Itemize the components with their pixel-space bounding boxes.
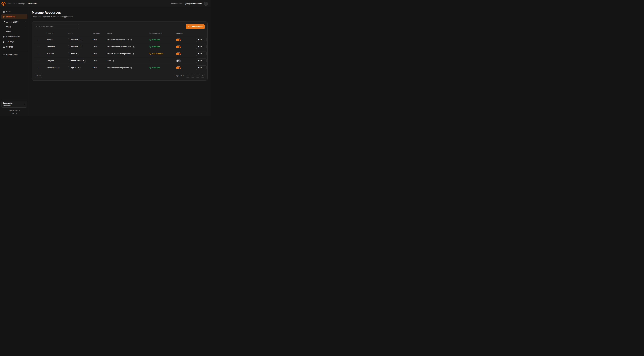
gear-icon: [3, 46, 5, 48]
enabled-toggle[interactable]: [176, 60, 181, 62]
organization-label: Organization: [3, 102, 13, 104]
sidebar-item-sites[interactable]: Sites: [1, 9, 28, 14]
enabled-toggle[interactable]: [176, 66, 181, 69]
sidebar-item-users[interactable]: Users: [1, 24, 28, 29]
column-label: Enabled: [176, 32, 182, 35]
row-menu-button[interactable]: ⋯: [37, 46, 39, 48]
auth-status-label: Not Protected: [152, 53, 164, 55]
breadcrumb-current: resources: [28, 2, 37, 4]
auth-status: Not Protected: [149, 53, 176, 55]
sort-icon: ⇅: [161, 32, 162, 34]
column-header-name[interactable]: Name ⇅: [47, 32, 68, 35]
site-link-button[interactable]: Second Office ↗: [68, 59, 86, 63]
copy-icon: [133, 46, 134, 48]
resource-access-url: https://immich.example.com: [106, 39, 129, 41]
page-title: Manage Resources: [32, 11, 208, 14]
sidebar-item-server-admin[interactable]: Server Admin: [1, 52, 28, 57]
sidebar-item-api-keys[interactable]: API Keys: [1, 39, 28, 44]
arrow-right-icon: →: [203, 67, 204, 69]
table-row: ⋯ Battery Manager Edge 01 ↗ TCP https://…: [35, 64, 205, 71]
edit-button[interactable]: Edit →: [196, 38, 206, 42]
column-label: Access: [106, 32, 112, 35]
resource-protocol: TCP: [93, 60, 106, 62]
add-resource-label: Add Resource: [190, 26, 202, 28]
resource-protocol: TCP: [93, 53, 106, 55]
table-toolbar: + Add Resource: [35, 24, 205, 29]
row-menu-button[interactable]: ⋯: [37, 39, 39, 41]
plus-icon: +: [188, 26, 189, 28]
row-menu-button[interactable]: ⋯: [37, 52, 39, 55]
documentation-link[interactable]: Documentation: [170, 2, 182, 5]
copy-button[interactable]: [132, 46, 135, 48]
avatar[interactable]: J: [204, 2, 208, 6]
site-link-button[interactable]: Edge 01 ↗: [68, 66, 80, 70]
edit-button[interactable]: Edit →: [196, 52, 206, 56]
auth-status: Protected: [149, 67, 176, 69]
site-label: Home Lab: [70, 39, 78, 41]
sidebar-item-shareable-links[interactable]: Shareable Links: [1, 34, 28, 39]
arrow-right-icon: →: [203, 46, 204, 48]
pangolin-logo-icon: [1, 2, 6, 6]
chevron-right-icon: ›: [16, 2, 17, 4]
users-icon: [3, 21, 5, 23]
resource-access-url: https://battery.example.com: [106, 67, 129, 69]
last-page-button[interactable]: »: [201, 74, 205, 78]
open-source-link[interactable]: Open Source: [1, 110, 28, 112]
site-label: Second Office: [70, 60, 82, 62]
resource-name: Authentik: [47, 53, 68, 55]
copy-icon: [130, 39, 132, 41]
copy-button[interactable]: [130, 66, 132, 69]
server-icon: [3, 54, 5, 56]
search-input[interactable]: [35, 24, 79, 29]
auth-status-label: Protected: [152, 46, 160, 48]
resource-name: Immich: [47, 39, 68, 41]
sidebar-item-roles[interactable]: Roles: [1, 29, 28, 34]
external-link-icon: [19, 110, 20, 112]
row-menu-button[interactable]: ⋯: [37, 60, 39, 62]
app-logo[interactable]: [1, 1, 6, 6]
page-size-select[interactable]: 20: [35, 74, 42, 78]
copy-button[interactable]: [130, 39, 133, 41]
sidebar: Sites Resources Access Control Users: [0, 7, 29, 116]
edit-label: Edit: [198, 46, 202, 48]
site-link-button[interactable]: Office ↗: [68, 52, 79, 56]
page-info: Page 1 of 1: [175, 75, 184, 77]
previous-page-button[interactable]: ‹: [191, 74, 195, 78]
external-link-icon: ↗: [79, 39, 80, 41]
breadcrumb-settings[interactable]: settings: [18, 2, 25, 4]
site-link-button[interactable]: Home Lab ↗: [68, 38, 82, 42]
external-link-icon: ↗: [76, 53, 77, 55]
enabled-toggle[interactable]: [176, 38, 181, 41]
auth-status-label: Protected: [152, 39, 160, 41]
edit-button[interactable]: Edit →: [196, 66, 206, 70]
app-root: home-lab › settings › resources Document…: [0, 0, 210, 116]
breadcrumb-org[interactable]: home-lab: [8, 2, 15, 4]
first-page-button[interactable]: «: [186, 74, 190, 78]
site-link-button[interactable]: Home Lab ↗: [68, 45, 82, 49]
avatar-initial: J: [206, 2, 206, 4]
column-header-site[interactable]: Site ⇅: [68, 32, 93, 35]
sidebar-item-resources[interactable]: Resources: [1, 14, 28, 19]
sort-icon: ⇅: [52, 32, 54, 34]
edit-button[interactable]: Edit →: [196, 44, 206, 49]
auth-status: Protected: [149, 46, 176, 48]
copy-button[interactable]: [112, 60, 114, 62]
sidebar-item-settings[interactable]: Settings: [1, 44, 28, 50]
enabled-toggle[interactable]: [176, 46, 181, 48]
sidebar-item-access-control[interactable]: Access Control: [1, 19, 28, 24]
chevron-down-icon: [24, 21, 26, 23]
table-row: ⋯ Immich Home Lab ↗ TCP https://immich.e…: [35, 36, 205, 43]
edit-button[interactable]: Edit →: [196, 58, 206, 63]
add-resource-button[interactable]: + Add Resource: [186, 24, 205, 29]
column-header-authentication[interactable]: Authentication ⇅: [149, 32, 176, 35]
sidebar-item-label: Server Admin: [6, 54, 18, 56]
resources-card: + Add Resource Name ⇅ Site ⇅: [32, 22, 208, 80]
enabled-toggle[interactable]: [176, 52, 181, 55]
page-size-value: 20: [36, 75, 38, 77]
organization-selector[interactable]: Organization Home Lab: [1, 101, 28, 108]
sidebar-footer: Organization Home Lab Open Source v1.3.0: [1, 99, 28, 114]
row-menu-button[interactable]: ⋯: [37, 66, 39, 69]
copy-button[interactable]: [132, 52, 134, 55]
next-page-button[interactable]: ›: [196, 74, 200, 78]
resources-table: Name ⇅ Site ⇅ Protocol Access: [35, 31, 205, 71]
